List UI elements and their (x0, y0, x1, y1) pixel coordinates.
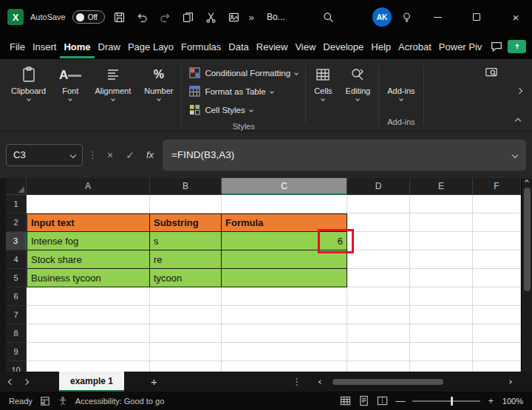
cut-icon[interactable] (203, 9, 219, 25)
zoom-slider[interactable] (412, 400, 480, 402)
cell-C10[interactable] (222, 361, 347, 372)
cell-E3[interactable] (410, 232, 473, 250)
addins-button[interactable]: Add-ins (381, 64, 421, 102)
cell-C6[interactable] (222, 287, 347, 306)
cell-F2[interactable] (473, 213, 521, 232)
scroll-up-icon[interactable] (525, 180, 529, 184)
expand-formula-bar-icon[interactable] (512, 151, 518, 157)
cell-D8[interactable] (347, 324, 410, 343)
cell-A1[interactable] (27, 195, 150, 213)
column-header-B[interactable]: B (150, 178, 222, 195)
cell-A9[interactable] (27, 343, 150, 361)
share-button[interactable] (508, 40, 526, 53)
row-header-9[interactable]: 9 (6, 343, 27, 361)
tab-data[interactable]: Data (225, 35, 252, 58)
tab-insert[interactable]: Insert (29, 35, 61, 58)
column-header-A[interactable]: A (27, 178, 150, 195)
autosave-toggle[interactable]: Off (72, 10, 105, 24)
sheet-options-icon[interactable]: ⋮ (292, 376, 301, 387)
add-sheet-button[interactable]: + (151, 375, 157, 388)
avatar[interactable]: AK (372, 7, 392, 27)
cell-A6[interactable] (27, 287, 150, 306)
cell-A5[interactable]: Business tycoon (27, 269, 150, 287)
tab-formulas[interactable]: Formulas (177, 35, 225, 58)
cell-F3[interactable] (473, 232, 521, 250)
zoom-slider-knob[interactable] (451, 397, 453, 406)
picture-icon[interactable] (226, 9, 242, 25)
cell-B8[interactable] (150, 324, 222, 343)
tab-file[interactable]: File (6, 35, 29, 58)
cell-C3[interactable]: 6 (222, 232, 347, 250)
format-as-table-button[interactable]: Format as Table (189, 82, 298, 100)
horizontal-scrollbar[interactable] (332, 378, 495, 385)
cell-E10[interactable] (410, 361, 473, 372)
analyze-data-icon[interactable] (485, 66, 498, 83)
tab-acrobat[interactable]: Acrobat (395, 35, 435, 58)
cell-F7[interactable] (473, 306, 521, 324)
column-header-C[interactable]: C (222, 178, 347, 195)
ribbon-group-cells[interactable]: Cells (307, 64, 338, 131)
hscroll-left-icon[interactable] (318, 380, 323, 384)
cell-D1[interactable] (347, 195, 410, 213)
maximize-button[interactable] (460, 0, 493, 34)
cell-B9[interactable] (150, 343, 222, 361)
search-icon[interactable] (321, 9, 337, 25)
cell-E7[interactable] (410, 306, 473, 324)
lightbulb-icon[interactable] (398, 9, 415, 25)
cell-C4[interactable] (222, 250, 347, 269)
cell-E8[interactable] (410, 324, 473, 343)
more-commands-icon[interactable]: » (249, 12, 254, 23)
insert-function-icon[interactable]: fx (143, 149, 157, 160)
tab-view[interactable]: View (291, 35, 319, 58)
normal-view-icon[interactable] (340, 395, 351, 406)
zoom-out-icon[interactable]: — (395, 395, 405, 406)
cell-A3[interactable]: Intense fog (27, 232, 150, 250)
tab-help[interactable]: Help (367, 35, 395, 58)
row-header-5[interactable]: 5 (6, 269, 27, 287)
page-break-preview-icon[interactable] (377, 395, 388, 406)
page-layout-view-icon[interactable] (358, 395, 369, 406)
tab-developer[interactable]: Develope (319, 35, 367, 58)
cell-B5[interactable]: tycoon (150, 269, 222, 287)
cell-C5[interactable] (222, 269, 347, 287)
cell-E4[interactable] (410, 250, 473, 269)
accessibility-icon[interactable] (58, 396, 68, 406)
cell-F5[interactable] (473, 269, 521, 287)
cell-A2[interactable]: Input text (27, 213, 150, 232)
tab-home[interactable]: Home (60, 35, 94, 58)
accessibility-status[interactable]: Accessibility: Good to go (75, 397, 164, 406)
row-header-7[interactable]: 7 (6, 306, 27, 324)
row-header-10[interactable]: 10 (6, 361, 27, 372)
vertical-scroll-thumb[interactable] (524, 188, 531, 291)
cell-C7[interactable] (222, 306, 347, 324)
zoom-in-icon[interactable]: + (488, 395, 494, 406)
cell-B7[interactable] (150, 306, 222, 324)
row-header-6[interactable]: 6 (6, 287, 27, 306)
row-header-3[interactable]: 3 (6, 232, 27, 250)
save-icon[interactable] (112, 9, 128, 25)
cell-C8[interactable] (222, 324, 347, 343)
cell-D3[interactable] (347, 232, 410, 250)
cell-C1[interactable] (222, 195, 347, 213)
cell-F10[interactable] (473, 361, 521, 372)
cell-F8[interactable] (473, 324, 521, 343)
cell-A8[interactable] (27, 324, 150, 343)
cell-B10[interactable] (150, 361, 222, 372)
cell-E5[interactable] (410, 269, 473, 287)
cell-E2[interactable] (410, 213, 473, 232)
cell-E9[interactable] (410, 343, 473, 361)
cell-B2[interactable]: Substring (150, 213, 222, 232)
comments-icon[interactable] (490, 40, 503, 53)
cell-D7[interactable] (347, 306, 410, 324)
cell-D2[interactable] (347, 213, 410, 232)
tab-draw[interactable]: Draw (95, 35, 124, 58)
cell-B4[interactable]: re (150, 250, 222, 269)
cell-D5[interactable] (347, 269, 410, 287)
cancel-icon[interactable]: × (103, 149, 117, 161)
cell-D6[interactable] (347, 287, 410, 306)
cell-D9[interactable] (347, 343, 410, 361)
close-button[interactable]: × (499, 0, 532, 34)
formula-input[interactable]: =FIND(B3,A3) (163, 140, 526, 171)
cell-A4[interactable]: Stock share (27, 250, 150, 269)
ribbon-group-alignment[interactable]: Alignment (88, 64, 137, 131)
